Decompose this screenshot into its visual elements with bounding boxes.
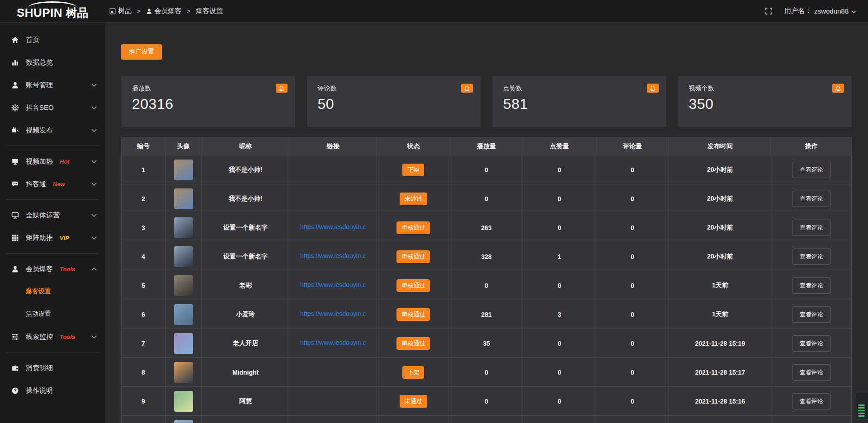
cell-status: 下架 [377,358,450,387]
cell-status: 审核通过 [377,329,450,358]
status-badge: 审核通过 [396,308,430,321]
stat-value: 350 [689,96,841,113]
avatar [174,188,193,209]
sidebar-item-clue-monitor[interactable]: 线索监控Tools [0,325,105,348]
video-link[interactable]: https://www.iesdouyin.c [300,252,366,259]
user-menu[interactable]: 用户名：zswodun88 [784,7,856,15]
cell-comments: 0 [596,300,669,329]
fullscreen-icon[interactable] [765,7,773,15]
sidebar-item-video-publish[interactable]: 视频发布 [0,119,105,141]
chevron-down-icon [91,128,97,132]
stat-total-badge: 总 [276,84,288,93]
view-comments-button[interactable]: 查看评论 [793,335,830,352]
cell-publish-time: 1天前 [669,271,771,300]
cell-link: https://www.iesdouyin.c [289,213,377,242]
stats-cards: 播放数20316总评论数50总点赞数581总视频个数350总 [121,76,852,127]
topbar-right: 用户名：zswodun88 [765,7,868,15]
sidebar-item-video-heating[interactable]: 视频加热Hot [0,150,105,173]
table-row: 8Midnight下架0002021-11-28 15:17查看评论 [122,358,852,387]
breadcrumb: 树品 > 会员爆客 > 爆客设置 [105,7,223,15]
cell-link [289,387,377,416]
username: zswodun88 [814,7,849,15]
cell-status: 审核通过 [377,300,450,329]
breadcrumb-item-member-baoke[interactable]: 会员爆客 [146,7,182,15]
cell-comments: 0 [596,271,669,300]
breadcrumb-label: 爆客设置 [196,7,223,15]
sidebar-subitem-baoke-settings[interactable]: 爆客设置 [0,280,105,303]
view-comments-button[interactable]: 查看评论 [793,393,830,409]
sidebar-item-all-media-operation[interactable]: 全媒体运营 [0,204,105,226]
cell-status: 审核通过 [377,213,450,242]
sidebar-item-account-management[interactable]: 账号管理 [0,74,105,96]
cell-likes: 0 [523,184,596,213]
cell-publish-time: 20小时前 [669,213,771,242]
avatar [174,391,193,412]
cell-id: 3 [122,213,165,242]
cell-plays: 0 [450,387,523,416]
user-icon [11,265,19,273]
sidebar-item-member-baoke[interactable]: 会员爆客Tools [0,258,105,280]
logo[interactable]: SHUPIN 树品 [0,0,105,23]
breadcrumb-item-home[interactable]: 树品 [109,7,132,15]
chevron-down-icon [91,160,97,164]
view-comments-button[interactable]: 查看评论 [793,162,830,178]
sidebar-item-douyin-seo[interactable]: 抖音SEO [0,96,105,119]
video-link[interactable]: https://www.iesdouyin.c [300,223,366,230]
sidebar-item-data-overview[interactable]: 数据总览 [0,51,105,74]
video-link[interactable]: https://www.iesdouyin.c [300,339,366,346]
cell-publish-time: 2021-11-28 15:19 [669,329,771,358]
promo-settings-button[interactable]: 推广设置 [121,44,162,60]
video-link[interactable]: https://www.iesdouyin.c [300,310,366,317]
video-link[interactable]: https://www.iesdouyin.c [300,281,366,288]
widget-bar [858,415,865,417]
cell-actions: 查看评论 [771,213,852,242]
sidebar-item-label: 数据总览 [26,58,53,67]
column-header: 昵称 [202,137,289,155]
cell-link: https://www.iesdouyin.c [289,300,377,329]
cell-plays: 0 [450,155,523,184]
sidebar-item-douketong[interactable]: 抖客通New [0,173,105,195]
cell-nickname: 设置一个新名字 [202,242,289,271]
cell-id: 5 [122,271,165,300]
view-comments-button[interactable]: 查看评论 [793,306,830,323]
sidebar-item-home[interactable]: 首页 [0,28,105,51]
view-comments-button[interactable]: 查看评论 [793,249,830,265]
cell-likes: 0 [523,387,596,416]
sidebar-item-label: 视频发布 [26,126,53,135]
sidebar-item-matrix-boost[interactable]: 矩阵助推VIP [0,226,105,249]
cell-id: 8 [122,358,165,387]
status-badge: 审核通过 [396,250,430,263]
cell-actions: 查看评论 [771,271,852,300]
cell-plays: 35 [450,329,523,358]
stat-card: 视频个数350总 [678,76,852,127]
sidebar-item-badge: Hot [60,158,70,165]
sidebar-item-badge: Tools [60,266,75,273]
main-content: 推广设置 播放数20316总评论数50总点赞数581总视频个数350总 编号头像… [105,23,868,423]
cell-nickname: 阿慧 [202,387,289,416]
sidebar-item-label: 线索监控 [26,333,53,341]
cell-link: https://www.iesdouyin.c [289,329,377,358]
view-comments-button[interactable]: 查看评论 [793,277,830,294]
view-comments-button[interactable]: 查看评论 [793,364,830,381]
view-comments-button[interactable]: 查看评论 [793,191,830,207]
table-row: 2我不是小帅!未通过00020小时前查看评论 [122,184,852,213]
records-table: 编号头像昵称链接状态播放量点赞量评论量发布时间操作1我不是小帅!下架00020小… [121,137,852,423]
question-icon: ? [11,387,19,395]
view-comments-button[interactable]: 查看评论 [793,220,830,236]
sidebar-subitem-activity-settings[interactable]: 活动设置 [0,303,105,325]
sidebar-item-operation-guide[interactable]: ?操作说明 [0,379,105,402]
column-header: 状态 [377,137,450,155]
sidebar-item-consumption-detail[interactable]: 消费明细 [0,357,105,379]
table-row: 1我不是小帅!下架00020小时前查看评论 [122,155,852,184]
cell-plays: 0 [450,358,523,387]
cell-likes [523,416,596,423]
username-label: 用户名： [784,7,811,15]
sidebar-item-label: 视频加热 [26,157,53,166]
cell-comments: 0 [596,358,669,387]
contact-widget[interactable] [855,393,868,420]
sidebar-item-badge: VIP [60,235,69,241]
cell-avatar [165,329,202,358]
cell-avatar [165,358,202,387]
cell-actions [771,416,852,423]
cell-likes: 0 [523,271,596,300]
